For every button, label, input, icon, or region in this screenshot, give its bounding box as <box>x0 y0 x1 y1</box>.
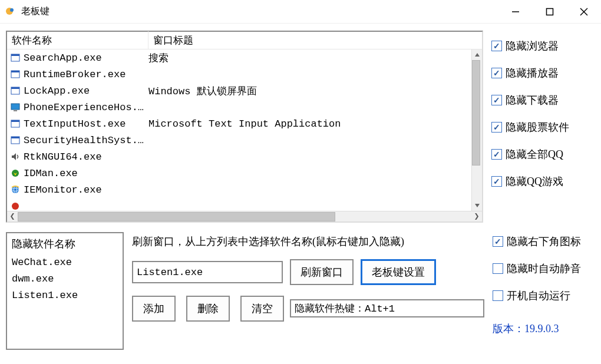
hide-options-panel: ✓隐藏浏览器✓隐藏播放器✓隐藏下载器✓隐藏股票软件✓隐藏全部QQ✓隐藏QQ游戏 <box>491 31 595 223</box>
checkbox-icon: ✓ <box>491 95 502 105</box>
checkbox-icon: ✓ <box>493 263 503 274</box>
checkbox-icon: ✓ <box>491 68 502 78</box>
hidden-software-list[interactable]: 隐藏软件名称 WeChat.exedwm.exeListen1.exe <box>6 232 124 350</box>
process-icon <box>9 201 21 211</box>
checkbox-label: 隐藏播放器 <box>506 66 559 80</box>
selected-exe-input[interactable] <box>132 261 283 283</box>
close-button[interactable] <box>567 0 601 24</box>
checkbox-option[interactable]: ✓隐藏下载器 <box>491 93 595 107</box>
checkbox-label: 隐藏股票软件 <box>506 120 569 134</box>
window-title: 老板键 <box>21 5 49 18</box>
checkbox-icon: ✓ <box>491 122 502 133</box>
process-name: TextInputHost.exe <box>24 118 148 130</box>
svg-point-1 <box>10 8 14 12</box>
process-row[interactable]: SecurityHealthSyst... <box>7 132 471 148</box>
process-row[interactable]: IDMan.exe <box>7 165 471 181</box>
process-name: IDMan.exe <box>24 168 148 179</box>
process-row[interactable]: LockApp.exeWindows 默认锁屏界面 <box>7 82 471 99</box>
process-name: IEMonitor.exe <box>24 184 148 196</box>
svg-rect-13 <box>14 110 17 111</box>
process-name: RtkNGUI64.exe <box>24 151 148 163</box>
process-icon <box>9 52 21 63</box>
checkbox-label: 隐藏下载器 <box>506 93 559 107</box>
process-name: LockApp.exe <box>24 85 148 97</box>
svg-rect-15 <box>11 120 19 122</box>
process-icon <box>9 135 21 145</box>
hscroll-thumb[interactable] <box>18 212 335 221</box>
hidden-list-header: 隐藏软件名称 <box>12 237 118 251</box>
hidden-list-item[interactable]: Listen1.exe <box>12 287 118 304</box>
process-row[interactable]: PhoneExperienceHos... <box>7 99 471 115</box>
process-row[interactable]: TextInputHost.exeMicrosoft Text Input Ap… <box>7 115 471 132</box>
delete-button[interactable]: 删除 <box>186 296 230 322</box>
checkbox-option[interactable]: ✓开机自动运行 <box>493 289 595 303</box>
version-label: 版本：19.9.0.3 <box>493 322 595 336</box>
process-name: SecurityHealthSyst... <box>24 135 148 146</box>
svg-marker-26 <box>475 204 480 207</box>
checkbox-option[interactable]: ✓隐藏全部QQ <box>491 147 595 161</box>
svg-rect-11 <box>11 87 19 89</box>
svg-rect-9 <box>11 71 19 72</box>
checkbox-label: 开机自动运行 <box>507 289 570 303</box>
scroll-down-icon[interactable] <box>472 200 482 211</box>
process-window-title: 搜索 <box>148 51 469 65</box>
checkbox-icon: ✓ <box>491 149 502 160</box>
checkbox-option[interactable]: ✓隐藏播放器 <box>491 66 595 80</box>
svg-rect-12 <box>11 104 19 110</box>
scroll-right-icon[interactable]: ❯ <box>471 211 482 222</box>
process-icon <box>9 184 21 195</box>
svg-rect-7 <box>11 54 19 56</box>
process-row[interactable]: RtkNGUI64.exe <box>7 148 471 165</box>
process-icon <box>9 102 21 112</box>
maximize-button[interactable] <box>533 0 567 24</box>
scroll-up-icon[interactable] <box>472 49 482 60</box>
column-header-title[interactable]: 窗口标题 <box>148 31 482 49</box>
checkbox-icon: ✓ <box>493 236 503 247</box>
refresh-button[interactable]: 刷新窗口 <box>290 259 354 285</box>
checkbox-label: 隐藏QQ游戏 <box>506 174 563 188</box>
checkbox-option[interactable]: ✓隐藏股票软件 <box>491 120 595 134</box>
minimize-button[interactable] <box>498 0 533 24</box>
checkbox-option[interactable]: ✓隐藏右下角图标 <box>493 234 595 249</box>
svg-rect-17 <box>11 137 19 138</box>
scroll-left-icon[interactable]: ❮ <box>7 211 18 222</box>
process-row[interactable]: RuntimeBroker.exe <box>7 66 471 82</box>
process-row[interactable]: IEMonitor.exe <box>7 181 471 198</box>
process-icon <box>9 118 21 129</box>
process-row[interactable] <box>7 198 471 211</box>
checkbox-label: 隐藏全部QQ <box>506 147 563 161</box>
process-icon <box>9 69 21 80</box>
app-icon <box>5 6 16 18</box>
clear-button[interactable]: 清空 <box>240 296 284 322</box>
titlebar: 老板键 <box>0 0 601 24</box>
hotkey-info: 隐藏软件热键：Alt+1 <box>290 299 484 317</box>
bottom-options-panel: ✓隐藏右下角图标✓隐藏时自动静音✓开机自动运行 版本：19.9.0.3 <box>493 232 595 350</box>
add-button[interactable]: 添加 <box>132 296 176 322</box>
process-icon <box>9 168 21 178</box>
checkbox-option[interactable]: ✓隐藏时自动静音 <box>493 262 595 276</box>
svg-point-24 <box>12 203 19 210</box>
svg-point-19 <box>12 170 19 177</box>
scroll-thumb[interactable] <box>472 60 480 166</box>
controls-panel: 刷新窗口，从上方列表中选择软件名称(鼠标右键加入隐藏) 刷新窗口 老板键设置 添… <box>132 232 484 350</box>
checkbox-icon: ✓ <box>491 41 502 51</box>
svg-marker-25 <box>475 53 480 57</box>
vertical-scrollbar[interactable] <box>471 49 482 211</box>
process-row[interactable]: SearchApp.exe搜索 <box>7 49 471 66</box>
svg-marker-18 <box>12 153 16 160</box>
process-name: RuntimeBroker.exe <box>24 69 148 80</box>
hidden-list-item[interactable]: WeChat.exe <box>12 254 118 271</box>
checkbox-label: 隐藏浏览器 <box>506 39 559 53</box>
checkbox-option[interactable]: ✓隐藏浏览器 <box>491 39 595 53</box>
hidden-list-item[interactable]: dwm.exe <box>12 271 118 287</box>
hotkey-line-1: 隐藏软件热键：Alt+1 <box>295 302 480 315</box>
process-icon <box>9 151 21 162</box>
settings-button[interactable]: 老板键设置 <box>361 259 436 285</box>
column-header-name[interactable]: 软件名称 <box>7 31 148 49</box>
svg-rect-3 <box>547 8 553 15</box>
checkbox-option[interactable]: ✓隐藏QQ游戏 <box>491 174 595 188</box>
process-list[interactable]: 软件名称 窗口标题 SearchApp.exe搜索RuntimeBroker.e… <box>6 31 483 223</box>
process-name: SearchApp.exe <box>24 52 148 64</box>
list-header-row: 软件名称 窗口标题 <box>7 32 482 49</box>
horizontal-scrollbar[interactable]: ❮ ❯ <box>7 211 482 221</box>
